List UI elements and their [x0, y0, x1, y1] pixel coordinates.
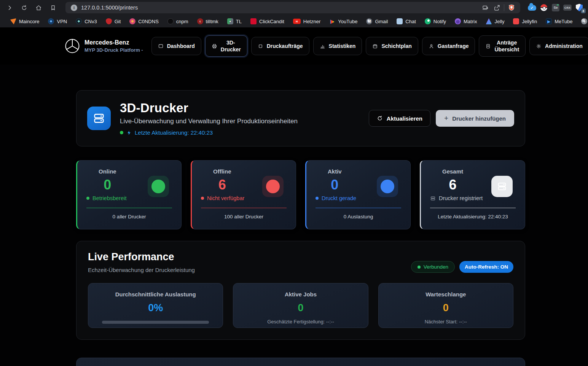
utilization-progress-bar: [102, 321, 209, 324]
pokeball-extension-icon[interactable]: [540, 3, 548, 12]
metric-footer: Nächster Start: --:--: [388, 319, 504, 325]
bookmark-linkwarden[interactable]: ϟLinkwarden: [581, 18, 588, 24]
cnv3-favicon-icon: [76, 18, 82, 24]
nav-gastanfrage[interactable]: Gastanfrage: [422, 37, 475, 55]
nav-statistiken[interactable]: Statistiken: [313, 37, 362, 55]
bookmark-jellyfin[interactable]: Jellyfin: [513, 18, 537, 24]
stat-card-offline: Offline 6 Nicht verfügbar 100 aller Druc…: [191, 160, 296, 229]
metric-label: Warteschlange: [388, 291, 504, 298]
status-dot: [201, 197, 204, 200]
metric-value: 0: [242, 302, 359, 314]
bookmark-vpn[interactable]: VPN: [48, 18, 67, 24]
divider: [316, 208, 401, 208]
cloud-extension-icon[interactable]: [528, 3, 536, 12]
nav-dashboard[interactable]: Dashboard: [151, 37, 201, 55]
stat-card-aktiv: Aktiv 0 Druckt gerade 0 Auslastung: [305, 160, 411, 229]
hero-actions: Aktualisieren + Drucker hinzufügen: [369, 110, 514, 127]
brand-name: Mercedes-Benz: [84, 39, 143, 46]
bookmark-icon[interactable]: [46, 2, 59, 13]
calendar-icon: [372, 43, 378, 49]
matrix-favicon-icon: [455, 18, 461, 24]
metric-label: Aktive Jobs: [242, 291, 359, 298]
divider: [86, 208, 172, 208]
bookmark-cnpm[interactable]: cnpm: [167, 18, 188, 24]
total-printers-icon: [491, 176, 513, 197]
stats-row: Online 0 Betriebsbereit 0 aller Drucker …: [76, 160, 525, 229]
metric-label: Durchschnittliche Auslastung: [97, 291, 214, 298]
nav-druckauftraege[interactable]: Druckaufträge: [251, 37, 309, 55]
bookmark-cnv3[interactable]: CNv3: [76, 18, 97, 24]
brand[interactable]: Mercedes-Benz MYP 3D-Druck Platform -: [65, 38, 143, 54]
mercedes-logo-icon: [65, 38, 80, 54]
bookmark-git[interactable]: Git: [106, 18, 121, 24]
hetzner-favicon-icon: H: [293, 19, 301, 24]
bookmark-matrix[interactable]: Matrix: [455, 18, 477, 24]
divider: [504, 4, 504, 11]
add-printer-button[interactable]: + Drucker hinzufügen: [436, 110, 514, 127]
tilltmk-favicon-icon: t: [197, 18, 203, 24]
bookmark-notify[interactable]: Notify: [425, 18, 446, 24]
refresh-button[interactable]: Aktualisieren: [369, 110, 430, 127]
plus-icon: +: [444, 114, 448, 123]
nav-administration[interactable]: Administration: [529, 37, 588, 55]
nav-schichtplan[interactable]: Schichtplan: [366, 37, 418, 55]
stat-label: Offline: [213, 168, 231, 175]
stat-card-online: Online 0 Betriebsbereit 0 aller Drucker: [76, 160, 182, 229]
stat-footer: 0 Auslastung: [316, 214, 401, 220]
metric-value: 0: [388, 302, 504, 314]
bar-chart-icon: [320, 43, 325, 49]
auto-refresh-toggle[interactable]: Auto-Refresh: ON: [459, 261, 513, 273]
send-to-device-icon[interactable]: [480, 2, 491, 13]
vpn-favicon-icon: [48, 18, 54, 24]
printer-mini-icon: [430, 196, 436, 201]
browser-toolbar: i 127.0.0.1:5000/printers Se CRX 3: [0, 0, 588, 15]
git-favicon-icon: [106, 18, 112, 24]
metric-card-auslastung: Durchschnittliche Auslastung 0%: [88, 283, 223, 328]
url-text[interactable]: 127.0.0.1:5000/printers: [81, 5, 480, 11]
share-icon[interactable]: [491, 2, 502, 13]
bookmark-hetzner[interactable]: HHetzner: [293, 19, 321, 24]
shield-extension-icon[interactable]: 3: [575, 3, 583, 12]
jellyfin-favicon-icon: [513, 18, 519, 24]
bookmark-gmail[interactable]: MGmail: [366, 18, 388, 24]
brave-shield-icon[interactable]: [506, 2, 517, 13]
last-update-row: Letzte Aktualisierung: 22:40:23: [120, 129, 298, 136]
url-bar[interactable]: i 127.0.0.1:5000/printers: [65, 2, 520, 13]
bookmark-jelly[interactable]: Jelly: [486, 18, 504, 24]
home-icon[interactable]: [32, 2, 45, 13]
linkwarden-favicon-icon: ϟ: [581, 18, 587, 24]
bookmark-tilltmk[interactable]: ttilltmk: [197, 18, 218, 24]
site-info-icon[interactable]: i: [71, 5, 77, 11]
nav-antraege-uebersicht[interactable]: Anträge Übersicht: [479, 35, 526, 57]
forward-icon[interactable]: [3, 2, 16, 13]
stat-footer: Letzte Aktualisierung: 22:40:23: [430, 214, 516, 220]
bookmarks-bar: Maincore VPN CNv3 Git C0NDNS cnpm ttillt…: [0, 15, 588, 27]
document-icon: [485, 43, 491, 49]
crx-extension-icon[interactable]: CRX: [563, 3, 572, 12]
reload-icon[interactable]: [18, 2, 30, 13]
active-status-icon: [377, 176, 398, 197]
person-icon: [429, 43, 434, 49]
selenium-extension-icon[interactable]: Se: [551, 3, 560, 12]
stat-value: 0: [331, 177, 338, 193]
metric-card-aktive-jobs: Aktive Jobs 0 Geschätzte Fertigstellung:…: [233, 283, 368, 328]
bookmark-maincore[interactable]: Maincore: [10, 18, 39, 24]
page-content: 3D-Drucker Live-Überwachung und Verwaltu…: [76, 90, 525, 366]
nav-3d-drucker[interactable]: 3D-Drucker: [205, 35, 247, 57]
bookmark-youtube[interactable]: ▶YouTube: [329, 18, 357, 24]
metric-card-warteschlange: Warteschlange 0 Nächster Start: --:--: [378, 283, 513, 328]
brand-subtitle: MYP 3D-Druck Platform -: [84, 47, 143, 53]
main-nav: Dashboard 3D-Drucker Druckaufträge Stati…: [151, 35, 588, 57]
stat-value: 6: [449, 177, 457, 193]
metric-footer: Geschätzte Fertigstellung: --:--: [242, 319, 359, 325]
bookmark-clickcandit[interactable]: ClickCandit: [250, 18, 284, 24]
page-header-card: 3D-Drucker Live-Überwachung und Verwaltu…: [76, 90, 525, 146]
metric-value: 0%: [97, 302, 214, 314]
bookmark-c0ndns[interactable]: C0NDNS: [129, 18, 158, 24]
bookmark-chat[interactable]: Chat: [397, 18, 416, 24]
notify-favicon-icon: [425, 18, 431, 24]
bookmark-metube[interactable]: ▶MeTube: [546, 18, 572, 24]
bookmark-tl[interactable]: •TL: [227, 18, 242, 24]
stat-label: Gesamt: [442, 168, 463, 175]
maincore-favicon-icon: [10, 18, 16, 24]
